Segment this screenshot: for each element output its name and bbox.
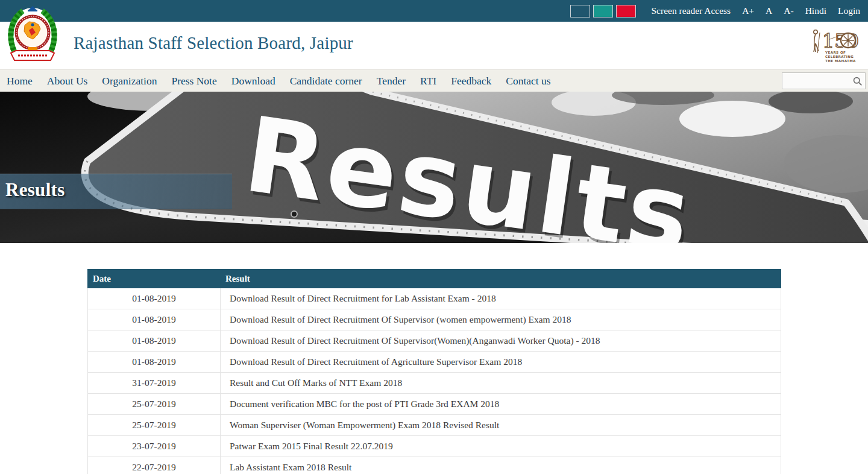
results-sign-photo: Results Results <box>0 92 868 243</box>
result-date: 01-08-2019 <box>88 309 221 330</box>
hero-heading: Results <box>0 174 232 201</box>
result-date: 31-07-2019 <box>88 373 221 394</box>
result-row: 25-07-2019 Document verification MBC for… <box>88 394 781 415</box>
nav-item-about-us[interactable]: About Us <box>47 75 88 87</box>
theme-default-swatch[interactable] <box>570 5 590 17</box>
result-link[interactable]: Download Result of Direct Recruitment Of… <box>221 330 781 352</box>
result-row: 31-07-2019 Result and Cut Off Marks of N… <box>88 373 781 394</box>
anniversary-line3: THE MAHATMA <box>825 59 856 63</box>
screen-reader-access-link[interactable]: Screen reader Access <box>651 5 731 16</box>
font-normal-link[interactable]: A <box>766 5 772 16</box>
result-row: 23-07-2019 Patwar Exam 2015 Final Result… <box>88 436 781 457</box>
nav-item-rti[interactable]: RTI <box>420 75 436 87</box>
nav-item-feedback[interactable]: Feedback <box>451 75 491 87</box>
top-bar: Screen reader Access A+ A A- Hindi Login <box>0 0 868 22</box>
main-content: Date Result 01-08-2019 Download Result o… <box>0 243 868 474</box>
result-link[interactable]: Download Result of Direct Recruitment fo… <box>221 288 781 309</box>
result-link[interactable]: Result and Cut Off Marks of NTT Exam 201… <box>221 373 781 394</box>
result-link[interactable]: Download Result of Direct Recruitment Of… <box>221 309 781 330</box>
anniversary-line1: YEARS OF <box>825 51 846 54</box>
theme-red-swatch[interactable] <box>616 5 636 17</box>
nav-item-home[interactable]: Home <box>7 75 33 87</box>
result-link[interactable]: Document verification MBC for the post o… <box>221 394 781 415</box>
rsmssb-results-page: { "colors": { "primary_teal": "#1f566e",… <box>0 0 868 474</box>
hero-heading-band: Results <box>0 174 232 209</box>
result-link[interactable]: Patwar Exam 2015 Final Result 22.07.2019 <box>221 436 781 457</box>
result-date: 22-07-2019 <box>88 457 221 474</box>
result-row: 25-07-2019 Woman Superviser (Woman Empow… <box>88 415 781 436</box>
font-increase-link[interactable]: A+ <box>742 5 754 16</box>
result-date: 25-07-2019 <box>88 415 221 436</box>
result-date: 01-08-2019 <box>88 330 221 352</box>
hero-banner: Results Results Results <box>0 92 868 243</box>
result-link[interactable]: Lab Assistant Exam 2018 Result <box>221 457 781 474</box>
rajasthan-board-emblem-icon <box>6 5 59 63</box>
theme-swatches <box>570 5 636 17</box>
font-decrease-link[interactable]: A- <box>784 5 793 16</box>
result-date: 01-08-2019 <box>88 288 221 309</box>
nav-item-candidate-corner[interactable]: Candidate corner <box>290 75 362 87</box>
language-hindi-link[interactable]: Hindi <box>805 5 826 16</box>
theme-teal-swatch[interactable] <box>593 5 613 17</box>
result-row: 01-08-2019 Download Result of Direct Rec… <box>88 330 781 352</box>
mahatma-150-years-logo-icon: 150 YEARS OF CELEBRATING THE MAHATMA <box>810 25 861 64</box>
result-date: 01-08-2019 <box>88 352 221 373</box>
search-icon <box>852 76 863 86</box>
nav-item-tender[interactable]: Tender <box>377 75 406 87</box>
result-date: 23-07-2019 <box>88 436 221 457</box>
search-button[interactable] <box>849 76 865 86</box>
result-link[interactable]: Download Result of Direct Recruitment of… <box>221 352 781 373</box>
nav-item-download[interactable]: Download <box>231 75 275 87</box>
login-link[interactable]: Login <box>838 5 860 16</box>
result-row: 01-08-2019 Download Result of Direct Rec… <box>88 309 781 330</box>
search-input[interactable] <box>782 73 849 89</box>
result-row: 22-07-2019 Lab Assistant Exam 2018 Resul… <box>88 457 781 474</box>
date-column-header: Date <box>88 270 221 288</box>
results-table-header-row: Date Result <box>88 270 781 288</box>
result-date: 25-07-2019 <box>88 394 221 415</box>
result-column-header: Result <box>221 270 781 288</box>
main-nav: Home About Us Organization Press Note Do… <box>0 69 868 92</box>
result-link[interactable]: Woman Superviser (Woman Empowerment) Exa… <box>221 415 781 436</box>
anniversary-line2: CELEBRATING <box>825 55 854 58</box>
result-row: 01-08-2019 Download Result of Direct Rec… <box>88 288 781 309</box>
result-row: 01-08-2019 Download Result of Direct Rec… <box>88 352 781 373</box>
search-box <box>782 72 866 89</box>
nav-item-press-note[interactable]: Press Note <box>171 75 216 87</box>
page-title: Rajasthan Staff Selection Board, Jaipur <box>74 33 353 53</box>
main-header: Rajasthan Staff Selection Board, Jaipur … <box>0 22 868 69</box>
results-table: Date Result 01-08-2019 Download Result o… <box>87 269 781 474</box>
nav-item-organization[interactable]: Organization <box>102 75 157 87</box>
nav-item-contact-us[interactable]: Contact us <box>506 75 550 87</box>
